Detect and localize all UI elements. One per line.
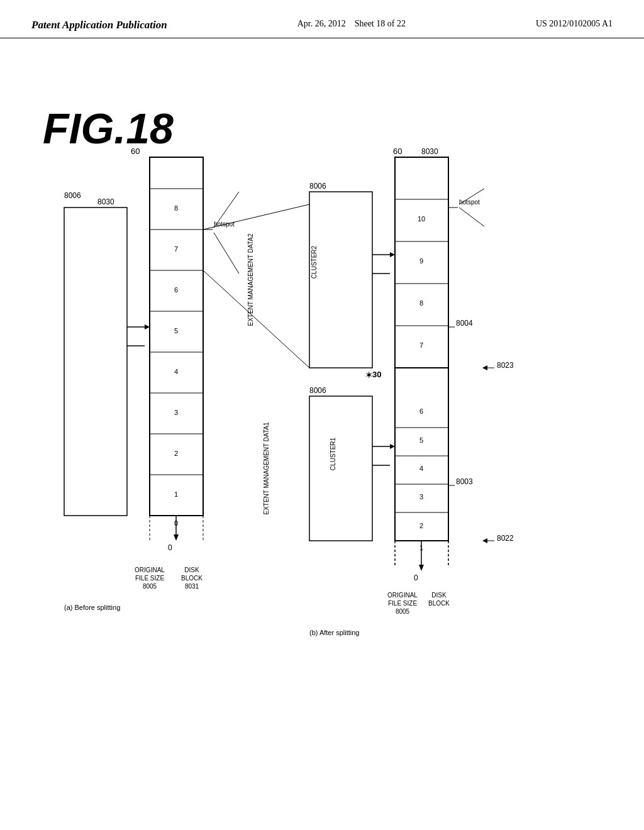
svg-marker-9 [174, 534, 179, 541]
right-8022-label: 8022 [497, 534, 514, 543]
header-sheet: Sheet 18 of 22 [355, 19, 406, 28]
svg-marker-10 [390, 252, 395, 257]
svg-marker-19 [482, 365, 487, 370]
svg-marker-20 [390, 444, 395, 449]
right-8006-top: 8006 [309, 182, 326, 191]
left-arrow-head1 [145, 324, 150, 329]
right-zero-label: 0 [414, 573, 418, 582]
right-extent1-box [309, 396, 372, 541]
left-8005-label: 8005 [143, 583, 157, 590]
right-num-7: 7 [419, 341, 423, 349]
right-num-8: 8 [419, 299, 423, 307]
right-y-axis: 60 [393, 147, 402, 156]
part-a-label: (a) Before splitting [64, 604, 120, 611]
left-hotspot-label: hotspot [214, 221, 235, 228]
left-ref-8006: 8006 [64, 191, 81, 200]
right-num-4: 4 [419, 465, 423, 472]
header-right: US 2012/0102005 A1 [536, 19, 613, 29]
header-left: Patent Application Publication [31, 19, 167, 31]
right-num-5: 5 [419, 436, 423, 444]
page-header: Patent Application Publication Apr. 26, … [0, 0, 644, 38]
left-disk-label2: BLOCK [181, 575, 203, 582]
right-8004-label: 8004 [456, 319, 473, 328]
left-num-6: 6 [174, 286, 178, 294]
connect-line-lower [203, 270, 309, 368]
right-30-label: 30 [372, 370, 381, 379]
right-8003-label: 8003 [456, 477, 473, 486]
header-date: Apr. 26, 2012 [297, 19, 346, 28]
right-8023-label: 8023 [497, 361, 514, 370]
right-8005: 8005 [396, 608, 410, 615]
left-extent-box [64, 208, 127, 516]
left-y-axis-label: 60 [131, 147, 140, 156]
right-num-2: 2 [419, 522, 423, 529]
left-zero-label: 0 [168, 543, 172, 552]
right-orig1: ORIGINAL [387, 592, 418, 599]
left-num-2: 2 [174, 450, 178, 457]
svg-marker-33 [419, 565, 424, 571]
right-star: ✶ [365, 370, 373, 380]
right-extent2-box [309, 192, 372, 368]
left-num-4: 4 [174, 368, 178, 375]
right-disk2: BLOCK [428, 600, 450, 607]
left-diag2 [214, 233, 239, 274]
left-num-7: 7 [174, 245, 178, 253]
left-num-3: 3 [174, 409, 178, 416]
right-cluster1-label: CLUSTER1 [330, 437, 336, 470]
left-orig-label1: ORIGINAL [135, 567, 165, 573]
left-ref-8030: 8030 [97, 197, 114, 206]
right-orig2: FILE SIZE [388, 600, 417, 607]
left-orig-label2: FILE SIZE [135, 575, 164, 582]
right-num-10: 10 [418, 215, 425, 223]
left-num-1: 1 [174, 490, 178, 498]
left-num-8: 8 [174, 204, 178, 212]
right-extent1-label: EXTENT MANAGEMENT DATA1 [263, 422, 270, 514]
right-num-3: 3 [419, 493, 423, 501]
left-8031-label: 8031 [185, 583, 199, 590]
right-ref-8030-label: 8030 [421, 147, 438, 156]
left-disk-label1: DISK [184, 567, 199, 573]
right-cluster1-box [395, 368, 448, 541]
part-b-label: (b) After splitting [309, 629, 359, 636]
right-hotspot-diag2 [459, 208, 484, 226]
right-cluster2-label: CLUSTER2 [311, 245, 318, 279]
connect-line-upper [203, 204, 309, 230]
right-num-6b: 6 [419, 407, 423, 415]
right-extent2-label: EXTENT MANAGEMENT DATA2 [247, 233, 254, 326]
right-num-9: 9 [419, 257, 423, 265]
main-diagram: 60 8006 8030 EXTENT MANAGEMENT DATA1 CLU… [19, 82, 623, 773]
right-disk1: DISK [431, 592, 447, 599]
svg-marker-29 [482, 538, 487, 543]
left-num-5: 5 [174, 327, 178, 335]
header-center: Apr. 26, 2012 Sheet 18 of 22 [297, 19, 406, 29]
right-8006-bottom: 8006 [309, 386, 326, 395]
